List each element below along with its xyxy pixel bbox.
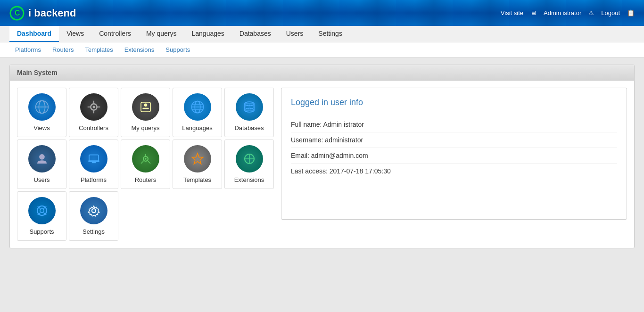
section-body: ViewsControllersMy querysLanguagesDataba… xyxy=(10,81,634,248)
icon-row-0: ViewsControllersMy querysLanguagesDataba… xyxy=(17,88,274,137)
templates-label: Templates xyxy=(183,176,211,183)
controllers-icon xyxy=(80,93,107,121)
section-header: Main System xyxy=(10,65,634,81)
icon-cell-controllers[interactable]: Controllers xyxy=(69,88,118,137)
admin-icon: ⚠ xyxy=(588,9,594,16)
visit-site-link[interactable]: Visit site xyxy=(501,9,523,16)
icon-cell-supports[interactable]: Supports xyxy=(17,191,66,241)
sub-nav-routers[interactable]: Routers xyxy=(47,44,80,55)
nav-tab-controllers[interactable]: Controllers xyxy=(91,26,139,42)
admin-link[interactable]: Admin istrator xyxy=(544,9,581,16)
user-info-title: Logged in user info xyxy=(291,98,617,107)
sub-nav-supports[interactable]: Supports xyxy=(160,44,196,55)
sub-nav: PlatformsRoutersTemplatesExtensionsSuppo… xyxy=(0,42,644,57)
section-title: Main System xyxy=(17,69,58,76)
svg-line-30 xyxy=(148,161,150,164)
myqueries-label: My querys xyxy=(132,124,160,131)
svg-point-28 xyxy=(145,158,146,159)
icon-cell-languages[interactable]: Languages xyxy=(173,88,222,137)
user-info-row: Email: admin@admin.com xyxy=(291,148,617,164)
nav-tab-views[interactable]: Views xyxy=(59,26,91,42)
views-label: Views xyxy=(33,124,50,131)
sub-nav-extensions[interactable]: Extensions xyxy=(119,44,160,55)
svg-point-41 xyxy=(91,209,95,213)
site-icon: 🖥 xyxy=(530,9,537,16)
icon-cell-settings[interactable]: Settings xyxy=(69,191,118,241)
svg-point-12 xyxy=(144,104,147,107)
supports-label: Supports xyxy=(29,228,54,235)
section-box: Main System ViewsControllersMy querysLan… xyxy=(9,65,635,248)
nav-tab-databases[interactable]: Databases xyxy=(232,26,279,42)
user-info-row: Full name: Admin istrator xyxy=(291,117,617,132)
routers-icon xyxy=(132,145,159,172)
platforms-icon xyxy=(80,145,107,172)
user-info-fields: Full name: Admin istratorUsername: admin… xyxy=(291,117,617,179)
myqueries-icon xyxy=(132,93,159,121)
svg-rect-24 xyxy=(89,155,99,161)
icon-cell-routers[interactable]: Routers xyxy=(121,140,170,189)
views-icon xyxy=(28,93,56,121)
settings-label: Settings xyxy=(83,228,105,235)
extensions-icon xyxy=(236,145,263,172)
icon-grid: ViewsControllersMy querysLanguagesDataba… xyxy=(17,88,274,241)
icon-row-2: SupportsSettings xyxy=(17,191,274,241)
app-name: i backend xyxy=(28,7,76,19)
nav-tab-dashboard[interactable]: Dashboard xyxy=(9,26,59,42)
user-info-box: Logged in user info Full name: Admin ist… xyxy=(281,88,627,220)
templates-icon xyxy=(184,145,211,172)
languages-label: Languages xyxy=(182,124,212,131)
routers-label: Routers xyxy=(135,176,157,183)
nav-tab-languages[interactable]: Languages xyxy=(184,26,232,42)
content: Main System ViewsControllersMy querysLan… xyxy=(0,57,644,255)
logo[interactable]: C i backend xyxy=(9,6,76,21)
logout-icon: 📋 xyxy=(627,9,635,16)
controllers-label: Controllers xyxy=(79,124,108,131)
settings-icon xyxy=(80,197,107,224)
icon-row-1: UsersPlatformsRoutersTemplatesExtensions xyxy=(17,140,274,189)
icon-cell-templates[interactable]: Templates xyxy=(173,140,222,189)
header: C i backend Visit site 🖥 Admin istrator … xyxy=(0,0,644,26)
icon-cell-myqueries[interactable]: My querys xyxy=(121,88,170,137)
nav-tab-users[interactable]: Users xyxy=(279,26,311,42)
languages-icon xyxy=(184,93,211,121)
svg-line-31 xyxy=(141,161,143,164)
svg-point-6 xyxy=(92,106,95,108)
platforms-label: Platforms xyxy=(81,176,107,183)
svg-rect-26 xyxy=(91,162,95,164)
svg-point-23 xyxy=(39,154,45,160)
svg-point-36 xyxy=(40,209,43,213)
databases-icon xyxy=(236,93,263,121)
icon-cell-views[interactable]: Views xyxy=(17,88,66,137)
svg-text:C: C xyxy=(15,9,20,17)
nav-tab-settings[interactable]: Settings xyxy=(311,26,350,42)
icon-cell-extensions[interactable]: Extensions xyxy=(224,140,274,189)
user-info-row: Username: administrator xyxy=(291,132,617,148)
logout-link[interactable]: Logout xyxy=(601,9,620,16)
svg-rect-25 xyxy=(88,160,99,162)
icon-cell-platforms[interactable]: Platforms xyxy=(69,140,118,189)
users-icon xyxy=(28,145,56,172)
main-nav: DashboardViewsControllersMy querysLangua… xyxy=(0,26,644,42)
svg-rect-13 xyxy=(142,108,149,109)
logo-icon: C xyxy=(9,6,25,21)
header-right: Visit site 🖥 Admin istrator ⚠ Logout 📋 xyxy=(501,9,635,16)
extensions-label: Extensions xyxy=(234,176,264,183)
sub-nav-platforms[interactable]: Platforms xyxy=(9,44,47,55)
supports-icon xyxy=(28,197,56,224)
databases-label: Databases xyxy=(234,124,264,131)
users-label: Users xyxy=(34,176,50,183)
icon-cell-databases[interactable]: Databases xyxy=(224,88,274,137)
user-info-row: Last access: 2017-07-18 17:05:30 xyxy=(291,164,617,179)
icon-cell-users[interactable]: Users xyxy=(17,140,66,189)
nav-tab-my_querys[interactable]: My querys xyxy=(139,26,184,42)
sub-nav-templates[interactable]: Templates xyxy=(79,44,118,55)
